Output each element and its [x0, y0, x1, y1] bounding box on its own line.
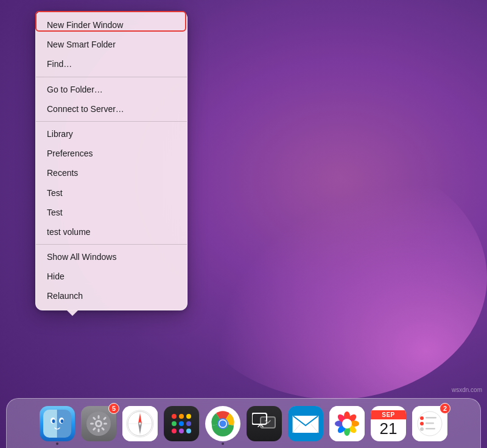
svg-rect-61: [426, 417, 436, 419]
mirror-icon: [247, 406, 282, 441]
svg-point-60: [420, 416, 424, 420]
dock-item-safari[interactable]: [122, 405, 158, 442]
svg-point-7: [52, 419, 55, 423]
svg-rect-14: [98, 429, 100, 432]
dock: 5: [6, 398, 481, 448]
svg-point-57: [342, 419, 352, 429]
svg-rect-16: [103, 422, 107, 424]
dock-item-system-preferences[interactable]: 5: [80, 405, 117, 442]
calendar-day-number: 21: [380, 419, 398, 436]
svg-point-64: [420, 427, 424, 431]
svg-point-28: [139, 422, 141, 425]
svg-rect-4: [57, 410, 65, 438]
svg-rect-15: [90, 422, 94, 424]
chrome-icon: [205, 406, 240, 441]
svg-point-29: [172, 414, 177, 419]
dock-item-mail[interactable]: [287, 405, 324, 442]
menu-item-recents[interactable]: Recents: [36, 163, 187, 183]
menu-item-find[interactable]: Find…: [36, 54, 187, 74]
svg-point-37: [186, 429, 191, 433]
launchpad-icon: [164, 406, 199, 441]
menu-item-go-to-folder[interactable]: Go to Folder…: [36, 80, 187, 99]
dock-item-chrome[interactable]: [205, 405, 241, 442]
svg-point-35: [172, 429, 177, 433]
svg-point-62: [420, 422, 424, 425]
calendar-month-label: SEP: [371, 410, 406, 419]
dock-item-calendar[interactable]: SEP 21: [370, 405, 407, 442]
dock-item-mirror[interactable]: [246, 405, 282, 442]
menu-item-new-smart-folder[interactable]: New Smart Folder: [36, 35, 187, 54]
watermark: wsxdn.com: [452, 387, 482, 393]
separator-1: [36, 77, 187, 77]
chrome-dot: [222, 443, 224, 445]
menu-item-library[interactable]: Library: [36, 124, 187, 144]
menu-item-new-finder-window[interactable]: New Finder Window: [36, 15, 187, 35]
finder-icon: [40, 406, 75, 441]
menu-item-test2[interactable]: Test: [36, 203, 187, 222]
svg-point-30: [179, 414, 184, 419]
separator-3: [36, 244, 187, 245]
dock-item-reminders[interactable]: 2: [412, 405, 448, 442]
menu-item-preferences[interactable]: Preferences: [36, 144, 187, 163]
calendar-icon: SEP 21: [371, 406, 406, 441]
mail-icon: [288, 406, 323, 441]
safari-icon: [122, 406, 158, 441]
svg-point-31: [186, 414, 191, 419]
finder-dot: [56, 443, 58, 445]
svg-point-42: [220, 420, 226, 427]
photos-icon: [329, 406, 365, 441]
svg-point-34: [186, 421, 191, 426]
menu-item-relaunch[interactable]: Relaunch: [36, 286, 187, 306]
menu-item-test-volume[interactable]: test volume: [36, 222, 187, 242]
svg-point-8: [61, 419, 64, 423]
dock-item-finder[interactable]: [39, 405, 75, 442]
svg-rect-13: [98, 415, 100, 419]
svg-point-36: [179, 429, 184, 433]
reminders-badge: 2: [440, 403, 450, 414]
svg-point-12: [97, 422, 100, 425]
separator-2: [36, 121, 187, 122]
system-preferences-badge: 5: [108, 403, 119, 414]
menu-item-connect-to-server[interactable]: Connect to Server…: [36, 99, 187, 119]
svg-point-32: [172, 421, 177, 426]
svg-rect-2: [49, 410, 57, 438]
svg-point-33: [179, 421, 184, 426]
menu-item-hide[interactable]: Hide: [36, 267, 187, 286]
dock-item-photos[interactable]: [329, 405, 365, 442]
svg-rect-63: [426, 422, 434, 424]
context-menu: New Finder Window New Smart Folder Find……: [35, 11, 187, 310]
menu-item-test1[interactable]: Test: [36, 183, 187, 203]
svg-rect-65: [426, 428, 435, 430]
menu-item-show-all-windows[interactable]: Show All Windows: [36, 247, 187, 267]
dock-item-launchpad[interactable]: [163, 405, 200, 442]
